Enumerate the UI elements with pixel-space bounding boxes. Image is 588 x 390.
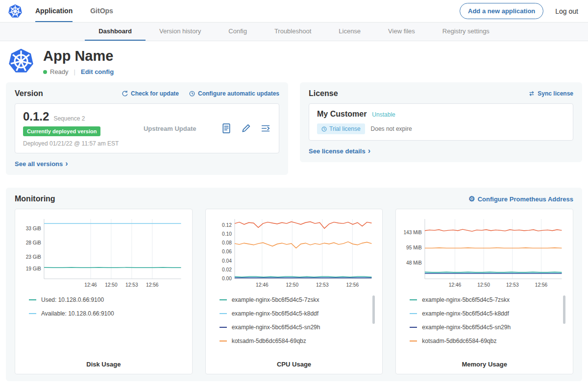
legend-item: example-nginx-5bc6f5d4c5-7zskx <box>220 296 370 303</box>
legend-swatch <box>220 299 227 300</box>
tab-gitops[interactable]: GitOps <box>90 0 113 22</box>
memory-usage-chart: 12:4612:5012:5312:56143 MiB95 MiB48 MiB … <box>395 209 573 374</box>
subnav-version-history[interactable]: Version history <box>146 23 215 41</box>
legend-label: kotsadm-5db6dc6584-69qbz <box>232 338 306 344</box>
edit-config-link[interactable]: Edit config <box>81 68 114 75</box>
subnav-troubleshoot[interactable]: Troubleshoot <box>261 23 325 41</box>
deploy-logs-icon[interactable] <box>260 123 271 134</box>
legend-item: kotsadm-5db6dc6584-69qbz <box>410 338 560 344</box>
chart-title: CPU Usage <box>212 357 377 368</box>
svg-text:0.08: 0.08 <box>222 241 232 246</box>
legend-swatch <box>220 313 227 314</box>
svg-text:0.10: 0.10 <box>222 231 232 237</box>
app-header: App Name Ready | Edit config <box>0 41 588 78</box>
trial-license-badge: Trial license <box>317 123 365 134</box>
svg-text:12:56: 12:56 <box>535 282 548 288</box>
customer-name: My Customer <box>317 110 367 119</box>
top-navbar: Application GitOps Add a new application… <box>0 0 588 23</box>
subnav-license[interactable]: License <box>325 23 374 41</box>
legend-swatch <box>410 341 417 341</box>
chart-title: Memory Usage <box>402 357 567 368</box>
legend-label: example-nginx-5bc6f5d4c5-7zskx <box>422 296 510 303</box>
legend-label: example-nginx-5bc6f5d4c5-k8ddf <box>232 310 318 317</box>
svg-text:12:46: 12:46 <box>256 282 269 288</box>
expiration-text: Does not expire <box>371 125 412 132</box>
legend-scrollbar[interactable] <box>563 295 565 324</box>
kubernetes-logo-icon <box>8 0 23 22</box>
monitoring-title: Monitoring <box>15 195 55 203</box>
legend-swatch <box>29 299 36 300</box>
svg-text:0.04: 0.04 <box>222 258 232 264</box>
svg-text:12:53: 12:53 <box>506 282 519 288</box>
legend-swatch <box>220 327 227 328</box>
legend-label: example-nginx-5bc6f5d4c5-sn29h <box>232 324 320 331</box>
edit-config-icon[interactable] <box>241 123 251 134</box>
subnav-view-files[interactable]: View files <box>374 23 429 41</box>
legend-item: kotsadm-5db6dc6584-69qbz <box>220 338 370 344</box>
license-card: License Sync license My Customer Unstabl… <box>300 82 582 162</box>
app-logo-icon <box>8 48 43 74</box>
svg-text:23 GiB: 23 GiB <box>26 255 41 260</box>
configure-prometheus-link[interactable]: ⚙ Configure Prometheus Address <box>468 195 573 203</box>
disk-usage-plot: 12:4612:5012:5312:5633 GiB28 GiB23 GiB19… <box>21 216 186 290</box>
svg-text:12:50: 12:50 <box>478 282 490 288</box>
svg-text:12:53: 12:53 <box>125 282 138 288</box>
svg-text:12:53: 12:53 <box>316 282 329 288</box>
svg-text:143 MiB: 143 MiB <box>404 230 422 235</box>
disk-usage-legend: Used: 10.128.0.66:9100Available: 10.128.… <box>21 290 186 317</box>
app-name-title: App Name <box>43 48 114 64</box>
chevron-right-icon: › <box>65 161 68 166</box>
channel-label: Unstable <box>372 111 395 118</box>
app-subnav: Dashboard Version history Config Trouble… <box>0 23 588 41</box>
legend-item: example-nginx-5bc6f5d4c5-sn29h <box>220 324 370 331</box>
memory-usage-plot: 12:4612:5012:5312:56143 MiB95 MiB48 MiB <box>402 216 567 290</box>
ready-status-dot <box>43 70 47 74</box>
tab-application[interactable]: Application <box>35 0 73 22</box>
legend-item: example-nginx-5bc6f5d4c5-7zskx <box>410 296 560 303</box>
divider: | <box>74 68 75 75</box>
clock-icon <box>321 126 327 132</box>
legend-item: Available: 10.128.0.66:9100 <box>29 310 179 317</box>
license-info-box: My Customer Unstable Trial license Does … <box>309 103 573 141</box>
legend-swatch <box>410 327 417 328</box>
legend-swatch <box>220 341 227 341</box>
sync-arrows-icon <box>528 90 535 97</box>
svg-text:12:50: 12:50 <box>286 282 298 288</box>
subnav-dashboard[interactable]: Dashboard <box>85 23 146 41</box>
sync-license-link[interactable]: Sync license <box>528 90 573 97</box>
ready-status-text: Ready <box>50 68 69 75</box>
chevron-right-icon: › <box>368 148 370 153</box>
subnav-config[interactable]: Config <box>215 23 261 41</box>
configure-automatic-updates-link[interactable]: Configure automatic updates <box>189 90 279 97</box>
monitoring-card: Monitoring ⚙ Configure Prometheus Addres… <box>6 188 582 381</box>
see-license-details-link[interactable]: See license details › <box>309 147 370 155</box>
svg-text:0.00: 0.00 <box>222 276 232 281</box>
version-number: 0.1.2 <box>23 110 49 123</box>
legend-label: Used: 10.128.0.66:9100 <box>41 296 104 303</box>
deployed-timestamp: Deployed 01/21/22 @ 11:57 am EST <box>23 140 119 147</box>
refresh-icon <box>122 90 128 97</box>
release-notes-icon[interactable] <box>221 123 232 134</box>
svg-text:12:46: 12:46 <box>84 282 97 288</box>
legend-item: example-nginx-5bc6f5d4c5-sn29h <box>410 324 560 331</box>
svg-text:0.02: 0.02 <box>222 267 232 272</box>
svg-text:12:50: 12:50 <box>105 282 118 288</box>
clock-update-icon <box>189 90 196 97</box>
subnav-registry-settings[interactable]: Registry settings <box>429 23 503 41</box>
gear-icon: ⚙ <box>468 195 475 202</box>
legend-scrollbar[interactable] <box>372 295 375 324</box>
legend-label: example-nginx-5bc6f5d4c5-sn29h <box>422 324 511 331</box>
chart-title: Disk Usage <box>21 357 186 368</box>
disk-usage-chart: 12:4612:5012:5312:5633 GiB28 GiB23 GiB19… <box>15 209 193 374</box>
check-for-update-link[interactable]: Check for update <box>122 90 179 97</box>
see-all-versions-link[interactable]: See all versions › <box>15 160 68 168</box>
svg-text:19 GiB: 19 GiB <box>26 266 41 271</box>
svg-text:48 MiB: 48 MiB <box>406 261 422 266</box>
license-card-title: License <box>309 89 338 98</box>
svg-text:12:56: 12:56 <box>346 282 359 288</box>
add-application-button[interactable]: Add a new application <box>460 3 543 19</box>
logout-link[interactable]: Log out <box>555 7 578 15</box>
legend-label: example-nginx-5bc6f5d4c5-k8ddf <box>422 310 509 317</box>
svg-text:0.12: 0.12 <box>222 222 232 228</box>
version-sequence: Sequence 2 <box>53 115 85 122</box>
